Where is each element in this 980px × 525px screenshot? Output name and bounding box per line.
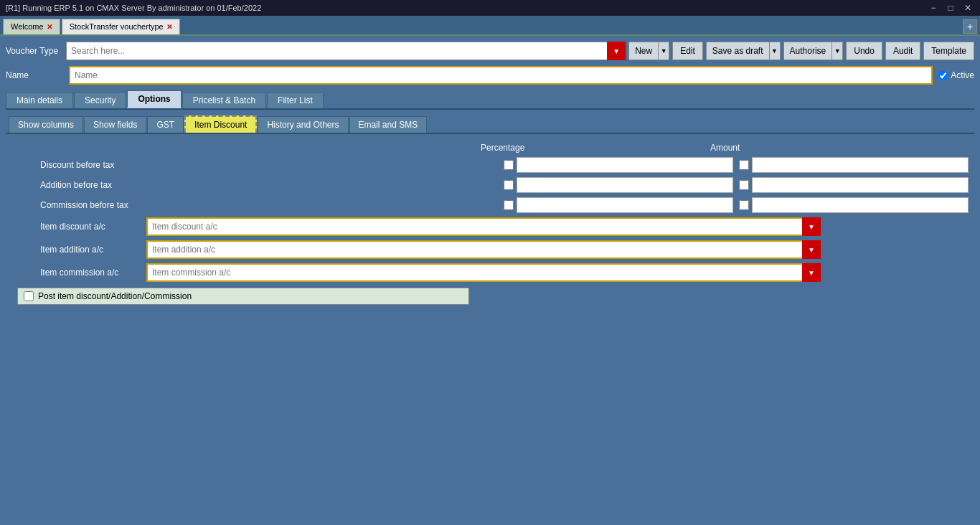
post-checkbox-row: Post item discount/Addition/Commission — [17, 288, 963, 305]
item-discount-ac-label: Item discount a/c — [17, 222, 146, 232]
search-input[interactable] — [66, 42, 626, 60]
tab-security[interactable]: Security — [74, 92, 126, 108]
addition-amount-input[interactable] — [752, 177, 969, 193]
tab-main-details[interactable]: Main details — [6, 92, 73, 108]
save-as-draft-button-group: Save as draft ▼ — [706, 42, 781, 60]
discount-before-tax-row: Discount before tax — [11, 157, 969, 173]
addition-percentage-input[interactable] — [517, 177, 733, 193]
addition-percentage-group — [504, 177, 733, 193]
add-tab-button[interactable]: + — [963, 19, 977, 34]
inner-tab-history-others[interactable]: History and Others — [258, 116, 348, 133]
discount-amount-input[interactable] — [752, 157, 969, 173]
inner-tab-email-sms[interactable]: Email and SMS — [349, 116, 428, 133]
tab-stocktransfer-close[interactable]: ✕ — [166, 23, 172, 31]
tab-stocktransfer-label: StockTransfer vouchertype — [70, 22, 164, 31]
close-button[interactable]: ✕ — [961, 3, 974, 13]
item-commission-ac-row: Item commission a/c ▼ — [11, 263, 969, 282]
addition-amount-group — [739, 177, 969, 193]
undo-button[interactable]: Undo — [846, 42, 882, 60]
percentage-header: Percentage — [481, 143, 710, 153]
search-dropdown-button[interactable]: ▼ — [607, 42, 626, 60]
item-discount-ac-wrapper: ▼ — [146, 217, 821, 236]
save-as-draft-arrow[interactable]: ▼ — [769, 42, 781, 60]
post-checkbox-container: Post item discount/Addition/Commission — [17, 288, 469, 305]
amount-header: Amount — [710, 143, 940, 153]
addition-before-tax-inputs — [155, 177, 969, 193]
tab-stocktransfer[interactable]: StockTransfer vouchertype ✕ — [62, 19, 180, 34]
title-bar-controls: − □ ✕ — [927, 3, 974, 13]
inner-tab-show-fields[interactable]: Show fields — [84, 116, 146, 133]
discount-percentage-checkbox[interactable] — [504, 160, 514, 170]
inner-section: Show columns Show fields GST Item Discou… — [6, 110, 974, 325]
template-button[interactable]: Template — [923, 42, 974, 60]
item-addition-ac-label: Item addition a/c — [17, 245, 146, 255]
tab-welcome-close[interactable]: ✕ — [47, 23, 52, 31]
name-row: Name Active — [6, 66, 974, 85]
voucher-type-label: Voucher Type — [6, 46, 63, 56]
main-content: Voucher Type ▼ New ▼ Edit Save as draft … — [0, 36, 980, 331]
inner-tab-show-columns[interactable]: Show columns — [9, 116, 83, 133]
active-checkbox-wrapper: Active — [938, 70, 974, 80]
discount-amount-group — [739, 157, 969, 173]
addition-before-tax-label: Addition before tax — [11, 180, 155, 190]
title-bar-title: [R1] Running ERP 5.1 on CMAX Server By a… — [6, 4, 261, 12]
authorise-arrow[interactable]: ▼ — [831, 42, 843, 60]
addition-percentage-checkbox[interactable] — [504, 180, 514, 190]
new-button[interactable]: New — [628, 42, 658, 60]
discount-amount-checkbox[interactable] — [739, 160, 749, 170]
commission-amount-checkbox[interactable] — [739, 200, 749, 210]
discount-percentage-input[interactable] — [517, 157, 733, 173]
title-bar: [R1] Running ERP 5.1 on CMAX Server By a… — [0, 0, 980, 16]
post-label: Post item discount/Addition/Commission — [38, 291, 192, 301]
commission-amount-input[interactable] — [752, 197, 969, 213]
item-commission-ac-wrapper: ▼ — [146, 263, 821, 282]
toolbar-row: Voucher Type ▼ New ▼ Edit Save as draft … — [6, 42, 974, 60]
new-button-group: New ▼ — [628, 42, 669, 60]
commission-percentage-group — [504, 197, 733, 213]
tab-welcome[interactable]: Welcome ✕ — [3, 19, 60, 34]
item-commission-ac-input[interactable] — [146, 263, 821, 282]
save-as-draft-button[interactable]: Save as draft — [706, 42, 769, 60]
name-label: Name — [6, 70, 63, 80]
tab-welcome-label: Welcome — [11, 22, 44, 31]
discount-percentage-group — [504, 157, 733, 173]
commission-amount-group — [739, 197, 969, 213]
tab-filter-list[interactable]: Filter List — [267, 92, 324, 108]
authorise-button-group: Authorise ▼ — [783, 42, 844, 60]
edit-button[interactable]: Edit — [672, 42, 703, 60]
commission-before-tax-inputs — [155, 197, 969, 213]
item-commission-ac-label: Item commission a/c — [17, 268, 146, 278]
item-discount-ac-input[interactable] — [146, 217, 821, 236]
inner-tab-item-discount[interactable]: Item Discount — [184, 115, 257, 133]
item-addition-ac-dropdown-button[interactable]: ▼ — [802, 240, 821, 259]
commission-before-tax-label: Commission before tax — [11, 200, 155, 210]
item-discount-ac-row: Item discount a/c ▼ — [11, 217, 969, 236]
inner-tabs: Show columns Show fields GST Item Discou… — [6, 115, 974, 134]
item-commission-ac-dropdown-button[interactable]: ▼ — [802, 263, 821, 282]
commission-percentage-checkbox[interactable] — [504, 200, 514, 210]
discount-before-tax-label: Discount before tax — [11, 160, 155, 170]
tab-pricelist-batch[interactable]: Pricelist & Batch — [182, 92, 266, 108]
addition-amount-checkbox[interactable] — [739, 180, 749, 190]
addition-before-tax-row: Addition before tax — [11, 177, 969, 193]
audit-button[interactable]: Audit — [885, 42, 920, 60]
commission-percentage-input[interactable] — [517, 197, 733, 213]
maximize-button[interactable]: □ — [944, 3, 957, 13]
authorise-button[interactable]: Authorise — [783, 42, 832, 60]
discount-before-tax-inputs — [155, 157, 969, 173]
item-discount-ac-dropdown-button[interactable]: ▼ — [802, 217, 821, 236]
minimize-button[interactable]: − — [927, 3, 940, 13]
tab-options[interactable]: Options — [127, 90, 181, 108]
column-headers-row: Percentage Amount — [11, 143, 969, 153]
post-checkbox[interactable] — [24, 291, 34, 301]
active-checkbox[interactable] — [938, 71, 948, 80]
name-input[interactable] — [69, 66, 933, 85]
item-addition-ac-input[interactable] — [146, 240, 821, 259]
active-label: Active — [951, 70, 974, 80]
outer-tabs: Main details Security Options Pricelist … — [6, 90, 974, 110]
commission-before-tax-row: Commission before tax — [11, 197, 969, 213]
search-input-wrapper: ▼ — [66, 42, 626, 60]
item-addition-ac-wrapper: ▼ — [146, 240, 821, 259]
new-button-arrow[interactable]: ▼ — [658, 42, 669, 60]
inner-tab-gst[interactable]: GST — [147, 116, 184, 133]
